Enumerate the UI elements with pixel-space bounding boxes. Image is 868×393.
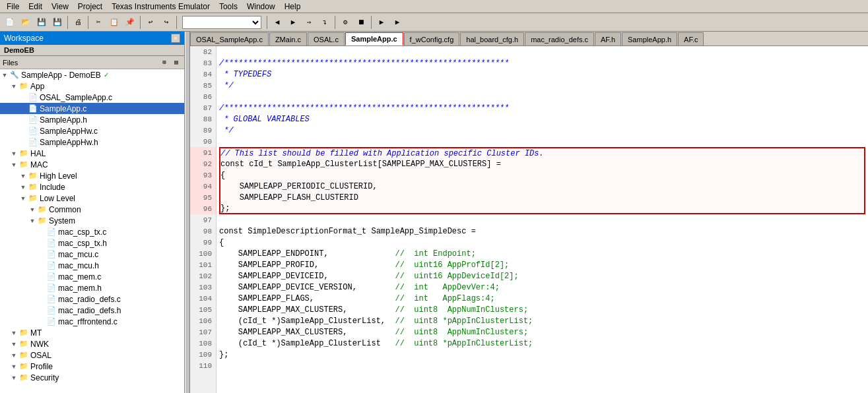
tab-f_wConfig-cfg[interactable]: f_wConfig.cfg [404,32,460,45]
sidebar-icons-btn[interactable]: ⊞ [159,57,170,68]
tree-item-mac_radio_defs.h[interactable]: 📄mac_radio_defs.h [0,305,184,316]
code-line-90[interactable] [219,136,865,147]
tree-item-include[interactable]: ▼📁Include [0,181,184,193]
code-line-83[interactable]: /***************************************… [219,57,865,69]
tree-item-sampleapphw.h[interactable]: 📄SampleAppHw.h [0,136,184,148]
tree-item-mac_rffrontend.c[interactable]: 📄mac_rffrontend.c [0,316,184,327]
tree-item-mac_mcu.h[interactable]: 📄mac_mcu.h [0,260,184,271]
code-line-108[interactable]: (cId_t *)SampleApp_ClusterList // uint8 … [219,338,865,349]
tab-OSAL-c[interactable]: OSAL.c [308,32,345,45]
menu-tools[interactable]: Tools [215,1,242,13]
tree-item-mac_csp_tx.h[interactable]: 📄mac_csp_tx.h [0,237,184,249]
config-dropdown[interactable] [182,16,261,29]
tree-item-nwk[interactable]: ▼📁NWK [0,338,184,349]
tree-item-osal_sampleapp.c[interactable]: 📄OSAL_SampleApp.c [0,92,184,103]
paste-btn[interactable]: 📌 [123,15,137,30]
menu-edit[interactable]: Edit [24,1,46,13]
tree-item-mac_radio_defs.c[interactable]: 📄mac_radio_defs.c [0,293,184,305]
code-area[interactable]: 8283848586878889909192939495969798991001… [190,46,868,393]
tab-SampleApp-c[interactable]: SampleApp.c [345,32,403,45]
code-line-109[interactable]: }; [219,349,865,360]
code-line-86[interactable] [219,91,865,102]
menu-ti-emulator[interactable]: Texas Instruments Emulator [108,1,214,13]
tree-item-mac[interactable]: ▼📁MAC [0,159,184,170]
stop-btn[interactable]: ⏹ [354,15,368,30]
copy-btn[interactable]: 📋 [107,15,121,30]
tab-AF-c[interactable]: AF.c [678,32,704,45]
undo-btn[interactable]: ↩ [143,15,158,30]
code-line-102[interactable]: SAMPLEAPP_DEVICEID, // uint16 AppDeviceI… [219,270,865,282]
tab-ZMain-c[interactable]: ZMain.c [269,32,307,45]
step-over-btn[interactable]: ⇒ [302,15,316,30]
cut-btn[interactable]: ✂ [91,15,106,30]
tree-item-osal[interactable]: ▼📁OSAL [0,349,184,361]
tree-item-sampleapp.h[interactable]: 📄SampleApp.h [0,114,184,125]
tree-item-high-level[interactable]: ▼📁High Level [0,170,184,181]
redo-btn[interactable]: ↪ [159,15,174,30]
menu-view[interactable]: View [48,1,73,13]
code-line-92[interactable]: const cId_t SampleApp_ClusterList[SAMPLE… [219,158,865,169]
code-line-91[interactable]: // This list should be filled with Appli… [219,147,865,158]
code-line-103[interactable]: SAMPLEAPP_DEVICE_VERSION, // int AppDevV… [219,282,865,293]
code-content[interactable]: /***************************************… [217,46,868,393]
tab-OSAL_SampleApp-c[interactable]: OSAL_SampleApp.c [190,32,269,45]
tree-item-security[interactable]: ▼📁Security [0,372,184,383]
code-line-95[interactable]: SAMPLEAPP_FLASH_CLUSTERID [219,192,865,203]
code-line-104[interactable]: SAMPLEAPP_FLAGS, // int AppFlags:4; [219,293,865,304]
sidebar-filter-btn[interactable]: ▤ [171,57,182,68]
code-line-107[interactable]: SAMPLEAPP_MAX_CLUSTERS, // uint8 AppNumI… [219,326,865,338]
tab-SampleApp-h[interactable]: SampleApp.h [622,32,677,45]
menu-window[interactable]: Window [243,1,279,13]
tree-item-mac_mem.c[interactable]: 📄mac_mem.c [0,271,184,282]
code-line-110[interactable] [219,360,865,371]
code-line-89[interactable]: */ [219,125,865,136]
tree-item-app[interactable]: ▼📁App [0,80,184,92]
code-line-94[interactable]: SAMPLEAPP_PERIODIC_CLUSTERID, [219,181,865,192]
code-line-101[interactable]: SAMPLEAPP_PROFID, // uint16 AppProfId[2]… [219,259,865,270]
tree-item-sampleapp.c[interactable]: 📄SampleApp.c [0,103,184,114]
save-btn[interactable]: 💾 [34,15,49,30]
code-line-84[interactable]: * TYPEDEFS [219,69,865,80]
code-line-88[interactable]: * GLOBAL VARIABLES [219,113,865,125]
code-line-85[interactable]: */ [219,80,865,91]
tree-item-common[interactable]: ▼📁Common [0,204,184,215]
code-line-97[interactable] [219,214,865,226]
tab-mac_radio_defs-c[interactable]: mac_radio_defs.c [525,32,594,45]
print-btn[interactable]: 🖨 [71,15,85,30]
tree-item-system[interactable]: ▼📁System [0,215,184,226]
tree-item-mac_csp_tx.c[interactable]: 📄mac_csp_tx.c [0,226,184,237]
tree-item-low-level[interactable]: ▼📁Low Level [0,193,184,204]
code-line-93[interactable]: { [219,169,865,181]
code-line-96[interactable]: }; [219,203,865,214]
debug2-btn[interactable]: ▶ [390,15,405,30]
menu-help[interactable]: Help [281,1,305,13]
code-line-98[interactable]: const SimpleDescriptionFormat_t SampleAp… [219,226,865,237]
back-btn[interactable]: ◀ [270,15,284,30]
menu-file[interactable]: File [3,1,23,13]
code-line-87[interactable]: /***************************************… [219,102,865,113]
new-file-btn[interactable]: 📄 [3,15,17,30]
forward-btn[interactable]: ▶ [286,15,300,30]
tree-item-mt[interactable]: ▼📁MT [0,327,184,338]
tab-AF-h[interactable]: AF.h [595,32,621,45]
code-line-99[interactable]: { [219,237,865,248]
code-line-106[interactable]: (cId_t *)SampleApp_ClusterList, // uint8… [219,315,865,326]
menu-project[interactable]: Project [74,1,106,13]
code-line-100[interactable]: SAMPLEAPP_ENDPOINT, // int Endpoint; [219,248,865,259]
tree-item-sampleapphw.c[interactable]: 📄SampleAppHw.c [0,125,184,136]
tree-item-mac_mcu.c[interactable]: 📄mac_mcu.c [0,249,184,260]
save-all-btn[interactable]: 💾 [50,15,65,30]
sidebar-resize-handle[interactable] [185,32,190,393]
tree-item-mac_mem.h[interactable]: 📄mac_mem.h [0,282,184,293]
code-line-105[interactable]: SAMPLEAPP_MAX_CLUSTERS, // uint8 AppNumI… [219,304,865,315]
compile-btn[interactable]: ⚙ [338,15,352,30]
tree-item-sampleapp---demoeb[interactable]: ▼🔧SampleApp - DemoEB✓ [0,69,184,80]
code-line-82[interactable] [219,46,865,57]
tree-item-hal[interactable]: ▼📁HAL [0,148,184,159]
tree-item-profile[interactable]: ▼📁Profile [0,361,184,372]
open-btn[interactable]: 📂 [18,15,33,30]
sidebar-close-btn[interactable]: × [171,34,180,43]
debug-btn[interactable]: ▶ [374,15,389,30]
step-in-btn[interactable]: ↴ [317,15,332,30]
tab-hal_board_cfg-h[interactable]: hal_board_cfg.h [460,32,524,45]
